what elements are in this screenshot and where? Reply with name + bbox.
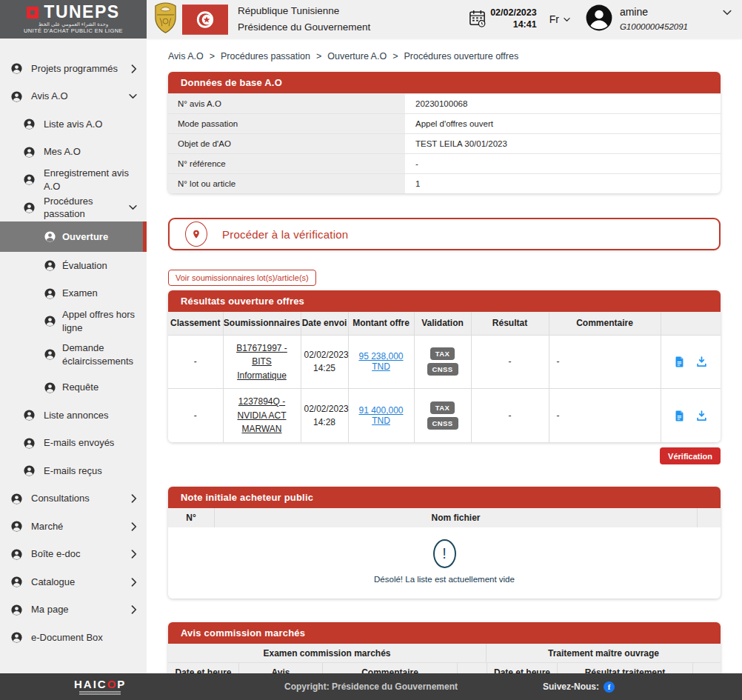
org-title: République Tunisienne Présidence du Gouv… [238, 3, 370, 35]
person-icon [10, 604, 23, 616]
col-soumissionnaires: Soumissionnaires [223, 312, 301, 335]
tuneps-logo[interactable]: TUNEPS وحدة الشراء العمومي على الخط UNIT… [0, 0, 147, 39]
sidebar-item-ouverture[interactable]: Ouverture [0, 221, 147, 252]
sidebar-item-mes-ao[interactable]: Mes A.O [0, 139, 147, 167]
footer: HAICOP Copyright: Présidence du Gouverne… [0, 673, 742, 700]
commission-title: Avis commission marchés [168, 622, 721, 644]
logo-title: TUNEPS [44, 4, 119, 21]
person-icon [10, 62, 23, 75]
language-label: Fr [549, 13, 559, 25]
chevron-right-icon [131, 522, 137, 531]
person-icon [10, 631, 23, 644]
person-icon [10, 548, 23, 561]
tax-badge: TAX [430, 401, 455, 414]
breadcrumb-avis-ao[interactable]: Avis A.O [168, 51, 204, 61]
sidebar-item-consultations[interactable]: Consultations [0, 485, 147, 513]
pin-icon [185, 221, 207, 247]
note-col-actions [697, 508, 721, 527]
chevron-right-icon [131, 578, 137, 587]
haicop-title: HAICOP [74, 679, 126, 690]
breadcrumb-separator: > [392, 51, 398, 61]
base-data-row: N° avis A.O 20230100068 [168, 93, 721, 113]
col-actions [661, 312, 721, 335]
haicop-tagline [79, 691, 121, 695]
person-icon [10, 493, 23, 505]
person-icon [44, 259, 56, 272]
username: amine [620, 4, 688, 18]
person-icon [10, 576, 23, 588]
language-selector[interactable]: Fr [549, 13, 570, 25]
note-col-fichier: Nom fichier [214, 508, 697, 527]
person-icon [23, 464, 36, 477]
results-table: Classement Soumissionnaires Date envoi M… [168, 312, 721, 442]
copyright-text: Copyright: Présidence du Gouvernement [284, 681, 458, 692]
logo-subtitle: UNITÉ D'ACHAT PUBLIC EN LIGNE [0, 28, 147, 34]
breadcrumb-separator: > [316, 51, 321, 61]
sidebar-item-liste-annonces[interactable]: Liste annonces [0, 401, 147, 430]
sidebar-item-edocument-box[interactable]: e-Document Box [0, 624, 147, 652]
base-data-row: N° lot ou article 1 [168, 173, 721, 193]
sidebar-item-emails-envoyes[interactable]: E-mails envoyés [0, 430, 147, 458]
download-icon[interactable] [695, 410, 708, 422]
org-line2: Présidence du Gouvernement [238, 19, 370, 36]
sidebar-item-demande-eclaircissements[interactable]: Demande éclaircissements [0, 336, 147, 374]
app-window: TUNEPS وحدة الشراء العمومي على الخط UNIT… [0, 0, 742, 700]
breadcrumb-procedures-passation[interactable]: Procédures passation [221, 51, 310, 61]
results-title: Résultats ouverture offres [168, 290, 721, 312]
montant-offre-link[interactable]: 91 400,000 TND [358, 405, 403, 426]
sidebar-item-catalogue[interactable]: Catalogue [0, 568, 147, 596]
cnss-badge: CNSS [427, 417, 458, 430]
person-icon [10, 90, 23, 103]
person-icon [23, 437, 36, 450]
tax-badge: TAX [430, 347, 455, 360]
sidebar-item-examen[interactable]: Examen [0, 280, 147, 308]
breadcrumb-ouverture-ao[interactable]: Ouverture A.O [327, 51, 387, 61]
proceed-verification-button[interactable]: Procéder à la vérification [168, 218, 721, 250]
user-menu[interactable]: amine G1000000452091 [585, 4, 732, 35]
montant-offre-link[interactable]: 95 238,000 TND [358, 351, 403, 372]
sidebar-item-evaluation[interactable]: Évaluation [0, 252, 147, 280]
sidebar: TUNEPS وحدة الشراء العمومي على الخط UNIT… [0, 0, 147, 700]
person-icon [23, 173, 36, 186]
person-icon [23, 409, 36, 421]
download-icon[interactable] [695, 356, 708, 368]
haicop-logo: HAICOP [74, 679, 126, 695]
chevron-down-icon [564, 17, 570, 22]
sidebar-item-marche[interactable]: Marché [0, 513, 147, 541]
col-montant-offre: Montant offre [348, 312, 414, 335]
file-icon[interactable] [673, 355, 686, 369]
sidebar-menu: Projets programmés Avis A.O Liste avis A… [0, 39, 147, 652]
verification-button[interactable]: Vérification [660, 447, 721, 464]
person-icon [10, 520, 23, 533]
chevron-down-icon [129, 204, 137, 210]
sidebar-item-appel-offres-hors-ligne[interactable]: Appel offres hors ligne [0, 307, 147, 336]
sidebar-item-emails-recus[interactable]: E-mails reçus [0, 457, 147, 485]
sidebar-item-liste-avis-ao[interactable]: Liste avis A.O [0, 110, 147, 139]
sidebar-item-ma-page[interactable]: Ma page [0, 596, 147, 624]
sidebar-item-requete[interactable]: Requête [0, 374, 147, 402]
person-icon [44, 230, 56, 243]
col-commentaire: Commentaire [549, 312, 661, 335]
col-resultat: Résultat [471, 312, 549, 335]
soumissionnaire-link[interactable]: 1237894Q - NVIDIA ACT MARWAN [227, 395, 298, 436]
note-table-header: N° Nom fichier [168, 508, 721, 527]
chevron-right-icon [131, 64, 137, 73]
group-traitement-maitre-ouvrage: Traitement maître ouvrage [487, 644, 721, 662]
voir-soumissionnaires-button[interactable]: Voir soumissionnaires lot(s)/article(s) [168, 270, 316, 286]
sidebar-item-avis-ao[interactable]: Avis A.O [0, 83, 147, 111]
chevron-right-icon [131, 605, 137, 614]
sidebar-item-procedures-passation[interactable]: Procédures passation [0, 194, 147, 222]
main-content: Avis A.O > Procédures passation > Ouvert… [147, 39, 742, 700]
sidebar-item-projets-programmes[interactable]: Projets programmés [0, 55, 147, 83]
chevron-down-icon [129, 93, 137, 99]
current-time: 14:41 [490, 19, 537, 31]
follow-us: Suivez-Nous: f [543, 681, 615, 693]
person-icon [44, 348, 56, 361]
facebook-icon[interactable]: f [604, 681, 615, 693]
person-icon [23, 201, 36, 214]
person-icon [44, 381, 56, 394]
file-icon[interactable] [673, 409, 686, 423]
sidebar-item-boite-edoc[interactable]: Boîte e-doc [0, 541, 147, 569]
sidebar-item-enregistrement-avis-ao[interactable]: Enregistrement avis A.O [0, 166, 147, 194]
soumissionnaire-link[interactable]: B17671997 - BITS Informatique [227, 341, 298, 383]
